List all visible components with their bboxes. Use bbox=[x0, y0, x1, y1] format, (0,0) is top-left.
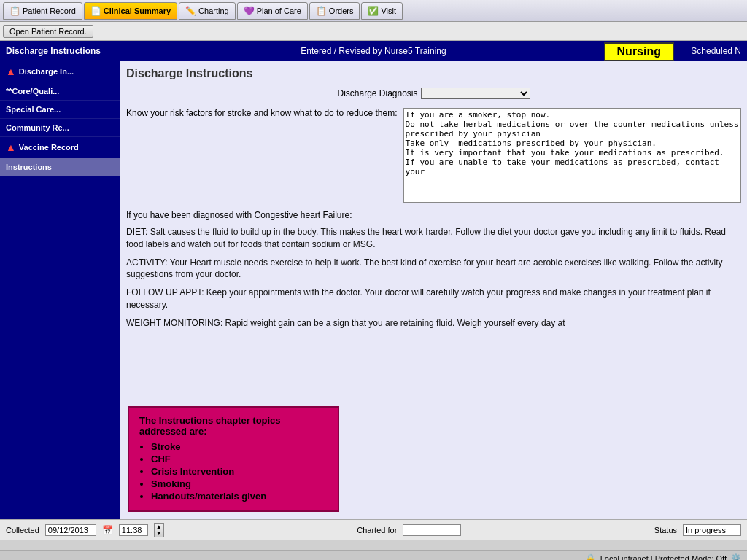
open-patient-button[interactable]: Open Patient Record. bbox=[3, 25, 93, 38]
followup-paragraph: FOLLOW UP APPT: Keep your appointments w… bbox=[126, 287, 741, 311]
nursing-badge: Nursing bbox=[604, 42, 674, 61]
lock-icon: 🔒 bbox=[585, 553, 596, 561]
orders-icon: 📋 bbox=[316, 6, 327, 16]
diet-paragraph: DIET: Salt causes the fluid to build up … bbox=[126, 226, 741, 251]
chf-section: If you have been diagnosed with Congesti… bbox=[126, 210, 741, 220]
risk-factors-section: Know your risk factors for stroke and kn… bbox=[126, 108, 741, 203]
discharge-diagnosis-row: Discharge Diagnosis bbox=[126, 88, 741, 99]
charted-for-input[interactable] bbox=[403, 524, 461, 536]
settings-icon[interactable]: ⚙️ bbox=[731, 553, 741, 560]
tooltip-item-handouts: Handouts/materials given bbox=[151, 491, 328, 502]
warning-icon: ▲ bbox=[6, 66, 16, 77]
tooltip-title: The Instructions chapter topics addresse… bbox=[139, 415, 328, 437]
sidebar-item-special-care[interactable]: Special Care... bbox=[0, 101, 120, 119]
tooltip-list: Stroke CHF Crisis Intervention Smoking H… bbox=[139, 441, 328, 502]
top-navigation: 📋 Patient Record 📄 Clinical Summary ✏️ C… bbox=[0, 0, 747, 22]
scheduled-label: Scheduled N bbox=[691, 46, 741, 56]
warning-icon-2: ▲ bbox=[6, 141, 16, 153]
charted-for-label: Charted for bbox=[357, 526, 397, 534]
tooltip-item-stroke: Stroke bbox=[151, 441, 328, 452]
plan-of-care-icon: 💜 bbox=[244, 6, 255, 16]
tab-plan-of-care[interactable]: 💜 Plan of Care bbox=[237, 2, 308, 20]
content-title: Discharge Instructions bbox=[126, 67, 741, 80]
tab-patient-record[interactable]: 📋 Patient Record bbox=[3, 2, 82, 20]
tab-orders[interactable]: 📋 Orders bbox=[309, 2, 360, 20]
discharge-diagnosis-label: Discharge Diagnosis bbox=[337, 88, 417, 98]
second-bar: Open Patient Record. bbox=[0, 22, 747, 41]
sidebar-item-vaccine-record[interactable]: ▲ Vaccine Record bbox=[0, 137, 120, 158]
header-bar: Discharge Instructions Entered / Revised… bbox=[0, 41, 747, 61]
status-label: Status bbox=[654, 526, 677, 534]
collected-date-input[interactable] bbox=[45, 524, 96, 536]
content-area: Discharge Instructions Discharge Diagnos… bbox=[120, 61, 747, 519]
tooltip-box: The Instructions chapter topics addresse… bbox=[128, 406, 339, 512]
calendar-icon[interactable]: 📅 bbox=[102, 525, 113, 535]
tab-clinical-summary[interactable]: 📄 Clinical Summary bbox=[84, 2, 177, 20]
risk-factors-label: Know your risk factors for stroke and kn… bbox=[126, 108, 400, 203]
tooltip-item-smoking: Smoking bbox=[151, 478, 328, 489]
collected-time-input[interactable] bbox=[119, 524, 148, 536]
visit-icon: ✅ bbox=[368, 6, 379, 16]
section-title: Discharge Instructions bbox=[6, 46, 101, 56]
tab-visit[interactable]: ✅ Visit bbox=[361, 2, 403, 20]
activity-paragraph: ACTIVITY: Your Heart muscle needs exerci… bbox=[126, 257, 741, 281]
bottom-bar: Collected 📅 ▲▼ Charted for Status bbox=[0, 519, 747, 540]
main-layout: ▲ Discharge In... **Core/Quali... Specia… bbox=[0, 61, 747, 519]
risk-factors-textarea[interactable] bbox=[403, 108, 741, 203]
sidebar-item-community-re[interactable]: Community Re... bbox=[0, 119, 120, 137]
tab-charting[interactable]: ✏️ Charting bbox=[179, 2, 236, 20]
chf-label: If you have been diagnosed with Congesti… bbox=[126, 210, 352, 220]
patient-record-icon: 📋 bbox=[9, 6, 20, 16]
collected-label: Collected bbox=[6, 526, 39, 534]
sidebar: ▲ Discharge In... **Core/Quali... Specia… bbox=[0, 61, 120, 519]
sidebar-item-instructions[interactable]: Instructions bbox=[0, 158, 120, 176]
charting-icon: ✏️ bbox=[185, 6, 196, 16]
tooltip-item-crisis: Crisis Intervention bbox=[151, 466, 328, 477]
clinical-summary-icon: 📄 bbox=[90, 6, 101, 16]
weight-paragraph: WEIGHT MONITORING: Rapid weight gain can… bbox=[126, 317, 741, 330]
horizontal-scrollbar[interactable] bbox=[0, 540, 747, 550]
status-input[interactable] bbox=[683, 524, 741, 536]
sidebar-item-discharge-in[interactable]: ▲ Discharge In... bbox=[0, 61, 120, 82]
content-body: DIET: Salt causes the fluid to build up … bbox=[126, 226, 741, 330]
tooltip-item-chf: CHF bbox=[151, 454, 328, 464]
status-bar-text: Local intranet | Protected Mode: Off bbox=[600, 554, 727, 561]
time-spinner[interactable]: ▲▼ bbox=[154, 523, 164, 537]
sidebar-item-core-quali[interactable]: **Core/Quali... bbox=[0, 82, 120, 101]
status-bar: 🔒 Local intranet | Protected Mode: Off ⚙… bbox=[0, 550, 747, 560]
entered-by-label: Entered / Revised by Nurse5 Training bbox=[301, 46, 446, 56]
discharge-diagnosis-select[interactable] bbox=[421, 88, 530, 99]
